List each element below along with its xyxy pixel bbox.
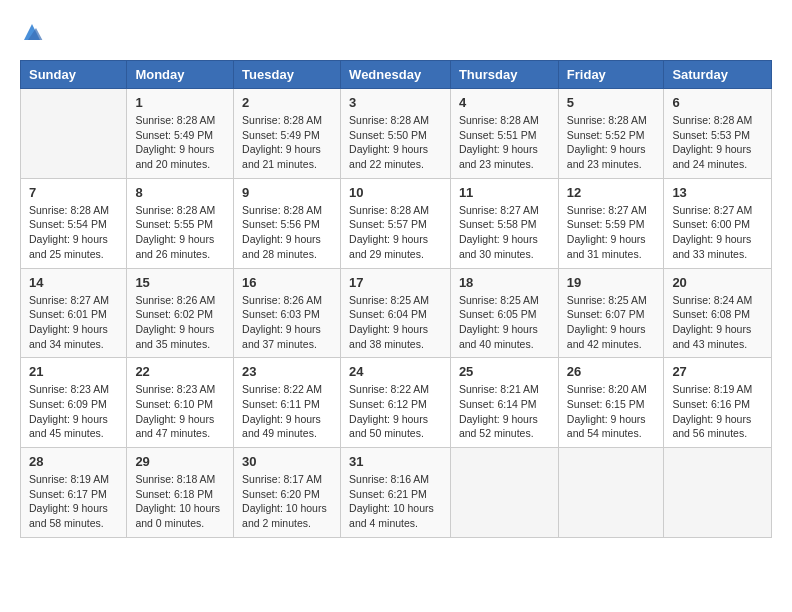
calendar-day-cell: 12Sunrise: 8:27 AMSunset: 5:59 PMDayligh… <box>558 178 664 268</box>
day-number: 27 <box>672 364 763 379</box>
header-row: SundayMondayTuesdayWednesdayThursdayFrid… <box>21 61 772 89</box>
day-number: 2 <box>242 95 332 110</box>
page-header <box>20 20 772 44</box>
calendar-day-cell: 21Sunrise: 8:23 AMSunset: 6:09 PMDayligh… <box>21 358 127 448</box>
day-number: 25 <box>459 364 550 379</box>
day-number: 16 <box>242 275 332 290</box>
day-info: Sunrise: 8:25 AMSunset: 6:04 PMDaylight:… <box>349 293 442 352</box>
calendar-day-cell: 9Sunrise: 8:28 AMSunset: 5:56 PMDaylight… <box>234 178 341 268</box>
weekday-header: Monday <box>127 61 234 89</box>
day-info: Sunrise: 8:20 AMSunset: 6:15 PMDaylight:… <box>567 382 656 441</box>
calendar-week-row: 28Sunrise: 8:19 AMSunset: 6:17 PMDayligh… <box>21 448 772 538</box>
day-info: Sunrise: 8:28 AMSunset: 5:56 PMDaylight:… <box>242 203 332 262</box>
calendar-day-cell: 23Sunrise: 8:22 AMSunset: 6:11 PMDayligh… <box>234 358 341 448</box>
calendar-body: 1Sunrise: 8:28 AMSunset: 5:49 PMDaylight… <box>21 89 772 538</box>
day-info: Sunrise: 8:28 AMSunset: 5:55 PMDaylight:… <box>135 203 225 262</box>
day-info: Sunrise: 8:28 AMSunset: 5:57 PMDaylight:… <box>349 203 442 262</box>
day-number: 22 <box>135 364 225 379</box>
day-number: 3 <box>349 95 442 110</box>
calendar-day-cell: 6Sunrise: 8:28 AMSunset: 5:53 PMDaylight… <box>664 89 772 179</box>
day-info: Sunrise: 8:28 AMSunset: 5:53 PMDaylight:… <box>672 113 763 172</box>
day-number: 29 <box>135 454 225 469</box>
day-info: Sunrise: 8:24 AMSunset: 6:08 PMDaylight:… <box>672 293 763 352</box>
day-info: Sunrise: 8:23 AMSunset: 6:09 PMDaylight:… <box>29 382 118 441</box>
day-info: Sunrise: 8:27 AMSunset: 5:59 PMDaylight:… <box>567 203 656 262</box>
calendar-day-cell <box>664 448 772 538</box>
day-info: Sunrise: 8:27 AMSunset: 6:00 PMDaylight:… <box>672 203 763 262</box>
calendar-day-cell: 16Sunrise: 8:26 AMSunset: 6:03 PMDayligh… <box>234 268 341 358</box>
day-number: 6 <box>672 95 763 110</box>
day-number: 26 <box>567 364 656 379</box>
day-number: 10 <box>349 185 442 200</box>
day-number: 4 <box>459 95 550 110</box>
day-info: Sunrise: 8:27 AMSunset: 5:58 PMDaylight:… <box>459 203 550 262</box>
calendar-day-cell: 14Sunrise: 8:27 AMSunset: 6:01 PMDayligh… <box>21 268 127 358</box>
logo <box>20 20 48 44</box>
calendar-day-cell: 5Sunrise: 8:28 AMSunset: 5:52 PMDaylight… <box>558 89 664 179</box>
calendar-day-cell <box>558 448 664 538</box>
calendar-day-cell: 11Sunrise: 8:27 AMSunset: 5:58 PMDayligh… <box>450 178 558 268</box>
day-number: 8 <box>135 185 225 200</box>
calendar-day-cell: 28Sunrise: 8:19 AMSunset: 6:17 PMDayligh… <box>21 448 127 538</box>
day-info: Sunrise: 8:18 AMSunset: 6:18 PMDaylight:… <box>135 472 225 531</box>
calendar-day-cell: 3Sunrise: 8:28 AMSunset: 5:50 PMDaylight… <box>341 89 451 179</box>
calendar-day-cell: 20Sunrise: 8:24 AMSunset: 6:08 PMDayligh… <box>664 268 772 358</box>
calendar-day-cell: 30Sunrise: 8:17 AMSunset: 6:20 PMDayligh… <box>234 448 341 538</box>
day-number: 19 <box>567 275 656 290</box>
day-number: 21 <box>29 364 118 379</box>
day-info: Sunrise: 8:25 AMSunset: 6:05 PMDaylight:… <box>459 293 550 352</box>
calendar-day-cell: 27Sunrise: 8:19 AMSunset: 6:16 PMDayligh… <box>664 358 772 448</box>
calendar-week-row: 21Sunrise: 8:23 AMSunset: 6:09 PMDayligh… <box>21 358 772 448</box>
day-info: Sunrise: 8:22 AMSunset: 6:11 PMDaylight:… <box>242 382 332 441</box>
day-info: Sunrise: 8:19 AMSunset: 6:16 PMDaylight:… <box>672 382 763 441</box>
day-info: Sunrise: 8:17 AMSunset: 6:20 PMDaylight:… <box>242 472 332 531</box>
day-number: 11 <box>459 185 550 200</box>
calendar-day-cell: 31Sunrise: 8:16 AMSunset: 6:21 PMDayligh… <box>341 448 451 538</box>
calendar-day-cell: 10Sunrise: 8:28 AMSunset: 5:57 PMDayligh… <box>341 178 451 268</box>
day-info: Sunrise: 8:27 AMSunset: 6:01 PMDaylight:… <box>29 293 118 352</box>
day-number: 20 <box>672 275 763 290</box>
day-info: Sunrise: 8:19 AMSunset: 6:17 PMDaylight:… <box>29 472 118 531</box>
day-info: Sunrise: 8:28 AMSunset: 5:52 PMDaylight:… <box>567 113 656 172</box>
calendar-day-cell: 18Sunrise: 8:25 AMSunset: 6:05 PMDayligh… <box>450 268 558 358</box>
day-number: 9 <box>242 185 332 200</box>
day-number: 24 <box>349 364 442 379</box>
weekday-header: Thursday <box>450 61 558 89</box>
weekday-header: Friday <box>558 61 664 89</box>
day-number: 30 <box>242 454 332 469</box>
day-number: 23 <box>242 364 332 379</box>
day-info: Sunrise: 8:26 AMSunset: 6:02 PMDaylight:… <box>135 293 225 352</box>
logo-icon <box>20 20 44 44</box>
calendar-day-cell: 19Sunrise: 8:25 AMSunset: 6:07 PMDayligh… <box>558 268 664 358</box>
calendar-day-cell: 15Sunrise: 8:26 AMSunset: 6:02 PMDayligh… <box>127 268 234 358</box>
day-info: Sunrise: 8:28 AMSunset: 5:51 PMDaylight:… <box>459 113 550 172</box>
weekday-header: Wednesday <box>341 61 451 89</box>
calendar-day-cell: 1Sunrise: 8:28 AMSunset: 5:49 PMDaylight… <box>127 89 234 179</box>
day-info: Sunrise: 8:26 AMSunset: 6:03 PMDaylight:… <box>242 293 332 352</box>
calendar-day-cell: 7Sunrise: 8:28 AMSunset: 5:54 PMDaylight… <box>21 178 127 268</box>
weekday-header: Saturday <box>664 61 772 89</box>
calendar-day-cell: 24Sunrise: 8:22 AMSunset: 6:12 PMDayligh… <box>341 358 451 448</box>
calendar-day-cell: 29Sunrise: 8:18 AMSunset: 6:18 PMDayligh… <box>127 448 234 538</box>
day-number: 14 <box>29 275 118 290</box>
day-info: Sunrise: 8:23 AMSunset: 6:10 PMDaylight:… <box>135 382 225 441</box>
day-info: Sunrise: 8:25 AMSunset: 6:07 PMDaylight:… <box>567 293 656 352</box>
day-number: 12 <box>567 185 656 200</box>
day-info: Sunrise: 8:16 AMSunset: 6:21 PMDaylight:… <box>349 472 442 531</box>
calendar-week-row: 14Sunrise: 8:27 AMSunset: 6:01 PMDayligh… <box>21 268 772 358</box>
day-info: Sunrise: 8:28 AMSunset: 5:54 PMDaylight:… <box>29 203 118 262</box>
day-number: 28 <box>29 454 118 469</box>
day-number: 31 <box>349 454 442 469</box>
calendar-day-cell <box>450 448 558 538</box>
weekday-header: Sunday <box>21 61 127 89</box>
calendar-week-row: 1Sunrise: 8:28 AMSunset: 5:49 PMDaylight… <box>21 89 772 179</box>
day-number: 1 <box>135 95 225 110</box>
day-info: Sunrise: 8:22 AMSunset: 6:12 PMDaylight:… <box>349 382 442 441</box>
calendar-day-cell: 2Sunrise: 8:28 AMSunset: 5:49 PMDaylight… <box>234 89 341 179</box>
calendar-day-cell: 22Sunrise: 8:23 AMSunset: 6:10 PMDayligh… <box>127 358 234 448</box>
day-number: 5 <box>567 95 656 110</box>
calendar-week-row: 7Sunrise: 8:28 AMSunset: 5:54 PMDaylight… <box>21 178 772 268</box>
calendar-day-cell: 4Sunrise: 8:28 AMSunset: 5:51 PMDaylight… <box>450 89 558 179</box>
calendar-table: SundayMondayTuesdayWednesdayThursdayFrid… <box>20 60 772 538</box>
calendar-day-cell: 25Sunrise: 8:21 AMSunset: 6:14 PMDayligh… <box>450 358 558 448</box>
